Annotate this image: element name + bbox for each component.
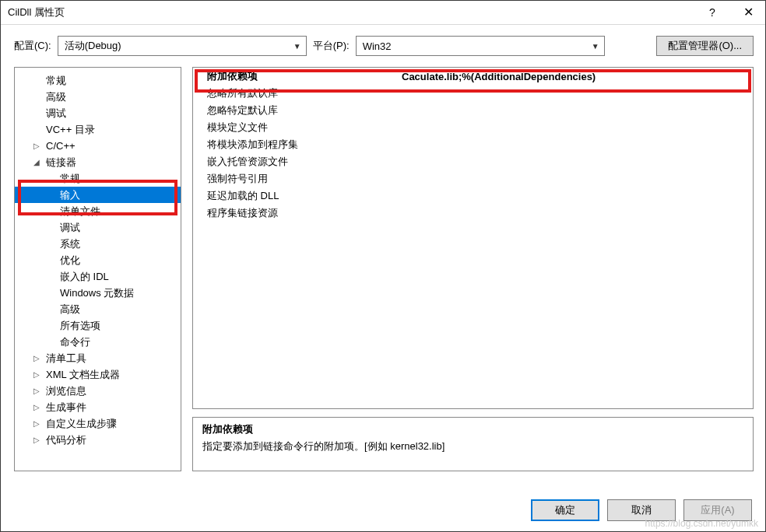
- property-name: 延迟加载的 DLL: [193, 187, 395, 205]
- tree-item[interactable]: ▷生成事件: [15, 399, 181, 415]
- platform-value: Win32: [363, 40, 392, 52]
- property-value[interactable]: [395, 136, 753, 153]
- ok-button[interactable]: 确定: [531, 499, 599, 521]
- tree-item-label: 自定义生成步骤: [43, 415, 120, 432]
- property-row[interactable]: 忽略所有默认库: [193, 85, 753, 102]
- tree-item[interactable]: 调试: [15, 219, 181, 236]
- nav-tree[interactable]: 常规高级调试VC++ 目录▷C/C++◢链接器常规输入清单文件调试系统优化嵌入的…: [14, 67, 181, 471]
- tree-item-label: 常规: [43, 72, 69, 89]
- tree-item[interactable]: 所有选项: [15, 317, 181, 334]
- tree-item-label: VC++ 目录: [43, 121, 98, 138]
- tree-item[interactable]: ◢链接器: [15, 154, 181, 170]
- tree-item[interactable]: ▷XML 文档生成器: [15, 366, 181, 383]
- close-button[interactable]: ✕: [730, 0, 766, 25]
- tree-item[interactable]: 高级: [15, 301, 181, 317]
- expand-icon[interactable]: ▷: [32, 432, 41, 448]
- property-name: 强制符号引用: [193, 170, 395, 187]
- config-row: 配置(C): 活动(Debug) ▼ 平台(P): Win32 ▼ 配置管理器(…: [0, 25, 766, 67]
- help-button[interactable]: ?: [694, 0, 730, 25]
- property-value[interactable]: Caculate.lib;%(AdditionalDependencies): [395, 68, 753, 85]
- dialog-buttons: 确定 取消 应用(A): [531, 499, 752, 521]
- tree-item[interactable]: 嵌入的 IDL: [15, 268, 181, 285]
- property-value[interactable]: [395, 102, 753, 119]
- tree-item[interactable]: 系统: [15, 236, 181, 252]
- property-value[interactable]: [395, 170, 753, 187]
- property-row[interactable]: 程序集链接资源: [193, 205, 753, 222]
- tree-item[interactable]: ▷浏览信息: [15, 383, 181, 399]
- tree-item-label: 命令行: [57, 334, 93, 350]
- expand-icon[interactable]: ▷: [32, 399, 41, 415]
- description-body: 指定要添加到链接命令行的附加项。[例如 kernel32.lib]: [202, 439, 743, 453]
- tree-item-label: 输入: [57, 187, 83, 203]
- tree-item-label: 嵌入的 IDL: [57, 268, 112, 285]
- tree-item-label: Windows 元数据: [57, 285, 137, 301]
- tree-item[interactable]: Windows 元数据: [15, 285, 181, 301]
- window-title: CilDll 属性页: [8, 5, 694, 19]
- tree-item[interactable]: VC++ 目录: [15, 121, 181, 138]
- platform-dropdown[interactable]: Win32 ▼: [356, 36, 605, 56]
- property-row[interactable]: 将模块添加到程序集: [193, 136, 753, 153]
- tree-item[interactable]: 输入: [15, 187, 181, 203]
- property-row[interactable]: 强制符号引用: [193, 170, 753, 187]
- tree-item-label: 链接器: [43, 154, 79, 170]
- chevron-down-icon: ▼: [293, 42, 301, 51]
- tree-item-label: 浏览信息: [43, 383, 90, 399]
- property-row[interactable]: 延迟加载的 DLL: [193, 187, 753, 205]
- apply-button[interactable]: 应用(A): [683, 499, 752, 521]
- tree-item[interactable]: 命令行: [15, 334, 181, 350]
- property-value[interactable]: [395, 153, 753, 170]
- property-grid[interactable]: 附加依赖项Caculate.lib;%(AdditionalDependenci…: [192, 67, 754, 409]
- config-manager-button[interactable]: 配置管理器(O)...: [656, 36, 754, 56]
- property-name: 将模块添加到程序集: [193, 136, 395, 153]
- property-value[interactable]: [395, 187, 753, 205]
- expand-icon[interactable]: ◢: [32, 154, 41, 170]
- tree-item-label: XML 文档生成器: [43, 366, 123, 383]
- property-value[interactable]: [395, 119, 753, 136]
- tree-item[interactable]: 高级: [15, 89, 181, 105]
- tree-item[interactable]: ▷C/C++: [15, 138, 181, 154]
- tree-item-label: C/C++: [43, 138, 79, 154]
- tree-item-label: 清单文件: [57, 203, 104, 219]
- property-name: 嵌入托管资源文件: [193, 153, 395, 170]
- tree-item-label: 高级: [43, 89, 69, 105]
- chevron-down-icon: ▼: [592, 42, 599, 51]
- description-box: 附加依赖项 指定要添加到链接命令行的附加项。[例如 kernel32.lib]: [192, 417, 754, 471]
- property-value[interactable]: [395, 85, 753, 102]
- tree-item[interactable]: ▷自定义生成步骤: [15, 415, 181, 432]
- main-area: 常规高级调试VC++ 目录▷C/C++◢链接器常规输入清单文件调试系统优化嵌入的…: [0, 67, 766, 471]
- tree-item-label: 高级: [57, 301, 83, 317]
- tree-item-label: 所有选项: [57, 317, 104, 334]
- expand-icon[interactable]: ▷: [32, 415, 41, 432]
- tree-item[interactable]: 清单文件: [15, 203, 181, 219]
- tree-item-label: 生成事件: [43, 399, 90, 415]
- description-heading: 附加依赖项: [202, 422, 743, 436]
- tree-item[interactable]: ▷清单工具: [15, 350, 181, 366]
- cancel-button[interactable]: 取消: [607, 499, 676, 521]
- tree-item[interactable]: 优化: [15, 252, 181, 268]
- config-label: 配置(C):: [14, 39, 51, 53]
- details-pane: 附加依赖项Caculate.lib;%(AdditionalDependenci…: [192, 67, 754, 471]
- tree-item-label: 代码分析: [43, 432, 90, 448]
- tree-item-label: 清单工具: [43, 350, 90, 366]
- tree-item[interactable]: 调试: [15, 105, 181, 121]
- expand-icon[interactable]: ▷: [32, 366, 41, 383]
- config-value: 活动(Debug): [65, 39, 121, 53]
- tree-item[interactable]: 常规: [15, 72, 181, 89]
- tree-item-label: 调试: [43, 105, 69, 121]
- property-row[interactable]: 附加依赖项Caculate.lib;%(AdditionalDependenci…: [193, 68, 753, 85]
- tree-item[interactable]: ▷代码分析: [15, 432, 181, 448]
- tree-item[interactable]: 常规: [15, 170, 181, 187]
- property-row[interactable]: 忽略特定默认库: [193, 102, 753, 119]
- property-value[interactable]: [395, 205, 753, 222]
- tree-item-label: 优化: [57, 252, 83, 268]
- property-name: 附加依赖项: [193, 68, 395, 85]
- config-dropdown[interactable]: 活动(Debug) ▼: [58, 36, 307, 56]
- expand-icon[interactable]: ▷: [32, 138, 41, 154]
- expand-icon[interactable]: ▷: [32, 383, 41, 399]
- property-row[interactable]: 嵌入托管资源文件: [193, 153, 753, 170]
- expand-icon[interactable]: ▷: [32, 350, 41, 366]
- titlebar: CilDll 属性页 ? ✕: [0, 0, 766, 25]
- property-row[interactable]: 模块定义文件: [193, 119, 753, 136]
- tree-item-label: 常规: [57, 170, 83, 187]
- property-name: 忽略所有默认库: [193, 85, 395, 102]
